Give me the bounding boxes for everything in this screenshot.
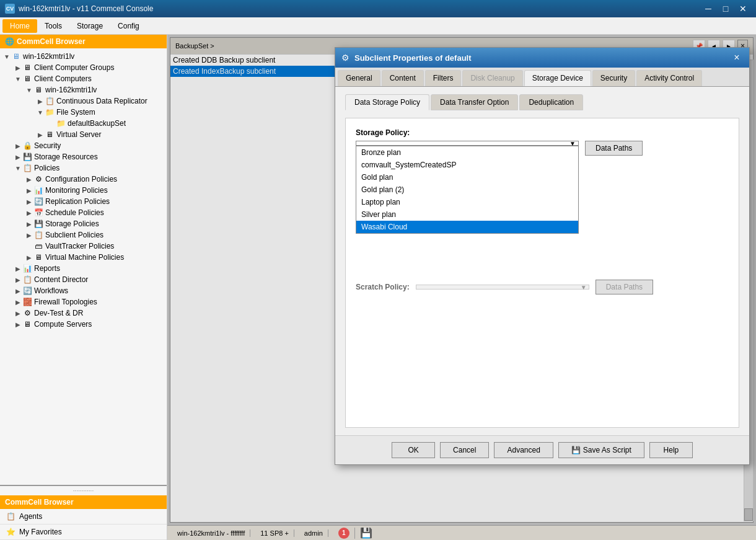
tree-item-storres[interactable]: ▶ 💾 Storage Resources [0,151,167,162]
tree-item-fs[interactable]: ▼ 📁 File System [0,107,167,118]
tree-item-vmpol[interactable]: ▶ 🖥 Virtual Machine Policies [0,252,167,263]
tree-item-stgpol[interactable]: ▶ 💾 Storage Policies [0,218,167,229]
toggle-stgpol[interactable]: ▶ [25,219,33,228]
icon-cdr: 📋 [45,96,55,106]
title-bar: CV win-162kmtri1lv - v11 Commcell Consol… [0,0,756,17]
toggle-subpol[interactable]: ▶ [25,231,33,239]
toggle-vmpol[interactable]: ▶ [25,253,33,262]
close-window-button[interactable]: ✕ [735,2,751,15]
tab-filters[interactable]: Filters [425,70,462,86]
option-gold2[interactable]: Gold plan (2) [356,184,578,196]
menu-storage[interactable]: Storage [69,19,110,33]
tree-item-devtest[interactable]: ▶ ⚙ Dev-Test & DR [0,308,167,319]
toggle-fs[interactable]: ▼ [36,108,45,117]
toggle-firewall[interactable]: ▶ [14,298,22,306]
toggle-ccg[interactable]: ▶ [14,63,22,72]
tree-item-ccg[interactable]: ▶ 🖥 Client Computer Groups [0,62,167,73]
tree-item-reppol[interactable]: ▶ 🔄 Replication Policies [0,196,167,207]
sub-tab-data-storage[interactable]: Data Storage Policy [345,94,429,110]
maximize-button[interactable]: □ [718,2,734,15]
tab-disk-cleanup: Disk Cleanup [462,70,522,86]
alert-icon: 1 [338,528,349,539]
toggle-client1[interactable]: ▼ [25,86,33,94]
tab-content[interactable]: Content [382,70,424,86]
toggle-cdr[interactable]: ▶ [36,97,45,105]
option-wasabi[interactable]: Wasabi Cloud [356,221,578,233]
tree-item-workflows[interactable]: ▶ 🔄 Workflows [0,285,167,296]
option-laptop[interactable]: Laptop plan [356,196,578,208]
sub-tab-dedup[interactable]: Deduplication [519,94,583,110]
toggle-policies[interactable]: ▼ [14,164,22,172]
label-firewall: Firewall Topologies [34,298,97,306]
tree-item-security[interactable]: ▶ 🔒 Security [0,140,167,151]
sub-tabs: Data Storage Policy Data Transfer Option… [345,94,739,110]
content-area: BackupSet > 📌 ◄ ► × Created DDB Backup s… [167,35,756,540]
sidebar-agents[interactable]: 📋 Agents [0,509,167,525]
toggle-cc[interactable]: ▼ [14,74,22,83]
tree-item-monpol[interactable]: ▶ 📊 Monitoring Policies [0,185,167,196]
toggle-confpol[interactable]: ▶ [25,175,33,184]
help-button[interactable]: Help [649,442,693,458]
toggle-monpol[interactable]: ▶ [25,186,33,195]
toggle-workflows[interactable]: ▶ [14,286,22,295]
cancel-button[interactable]: Cancel [440,442,489,458]
tab-storage-device[interactable]: Storage Device [524,70,591,86]
toggle-vs[interactable]: ▶ [36,130,45,139]
tree-item-firewall[interactable]: ▶ 🧱 Firewall Topologies [0,296,167,308]
toggle-root[interactable]: ▼ [2,52,11,61]
dialog-close-button[interactable]: × [731,51,743,64]
sidebar-bottom: ············ CommCell Browser 📋 Agents ⭐… [0,485,167,540]
ok-button[interactable]: OK [392,442,435,458]
tree-item-compute[interactable]: ▶ 🖥 Compute Servers [0,319,167,330]
tree-item-contentdir[interactable]: ▶ 📋 Content Director [0,274,167,285]
advanced-button[interactable]: Advanced [494,442,553,458]
menu-tools[interactable]: Tools [37,19,69,33]
dialog-content: Data Storage Policy Data Transfer Option… [335,87,749,435]
toggle-compute[interactable]: ▶ [14,320,22,329]
tree-item-defbs[interactable]: ▶ 📁 defaultBackupSet [0,118,167,129]
tree-item-vs[interactable]: ▶ 🖥 Virtual Server [0,129,167,140]
label-subpol: Subclient Policies [45,231,103,239]
option-comvault[interactable]: comvault_SystemCreatedSP [356,159,578,171]
label-vaultpol: VaultTracker Policies [45,242,114,250]
tab-activity-control[interactable]: Activity Control [636,70,702,86]
tree-item-cdr[interactable]: ▶ 📋 Continuous Data Replicator [0,95,167,107]
tab-security[interactable]: Security [592,70,635,86]
toggle-security[interactable]: ▶ [14,141,22,150]
toggle-contentdir[interactable]: ▶ [14,275,22,284]
tab-general[interactable]: General [338,70,380,86]
toggle-reppol[interactable]: ▶ [25,197,33,206]
storage-policy-select[interactable]: ▼ [356,141,579,146]
status-alerts: 1 [333,528,355,539]
sub-tab-data-transfer[interactable]: Data Transfer Option [431,94,518,110]
data-paths-button[interactable]: Data Paths [585,141,643,156]
tree-item-client1[interactable]: ▼ 🖥 win-162kmtri1lv [0,84,167,95]
tree-item-cc[interactable]: ▼ 🖥 Client Computers [0,73,167,84]
label-monpol: Monitoring Policies [45,186,108,195]
tree-item-reports[interactable]: ▶ 📊 Reports [0,263,167,274]
option-silver[interactable]: Silver plan [356,208,578,221]
favorites-label: My Favorites [19,528,62,536]
sidebar-bottom-header: CommCell Browser [0,495,167,509]
option-gold[interactable]: Gold plan [356,171,578,184]
option-bronze[interactable]: Bronze plan [356,146,578,159]
toggle-devtest[interactable]: ▶ [14,309,22,317]
tree-item-subpol[interactable]: ▶ 📋 Subclient Policies [0,229,167,241]
menu-home[interactable]: Home [2,19,37,33]
tree-item-root[interactable]: ▼ 🖥 win-162kmtri1lv [0,51,167,62]
toggle-storres[interactable]: ▶ [14,153,22,161]
tree-item-confpol[interactable]: ▶ ⚙ Configuration Policies [0,174,167,185]
save-as-script-button[interactable]: 💾 Save As Script [558,442,644,458]
sidebar-favorites[interactable]: ⭐ My Favorites [0,525,167,540]
tree-item-vaultpol[interactable]: ▶ 🗃 VaultTracker Policies [0,241,167,252]
status-hostname: win-162kmtri1lv - ffffffff [172,529,250,537]
minimize-button[interactable]: ─ [700,2,716,15]
policy-dropdown-wrapper: ▼ Bronze plan comvault_SystemCreatedSP G… [356,141,579,146]
label-policies: Policies [34,164,59,172]
toggle-schpol[interactable]: ▶ [25,208,33,217]
toggle-reports[interactable]: ▶ [14,264,22,273]
tree-item-policies[interactable]: ▼ 📋 Policies [0,162,167,174]
tree-item-schpol[interactable]: ▶ 📅 Schedule Policies [0,207,167,218]
menu-config[interactable]: Config [110,19,147,33]
icon-security: 🔒 [22,141,32,151]
